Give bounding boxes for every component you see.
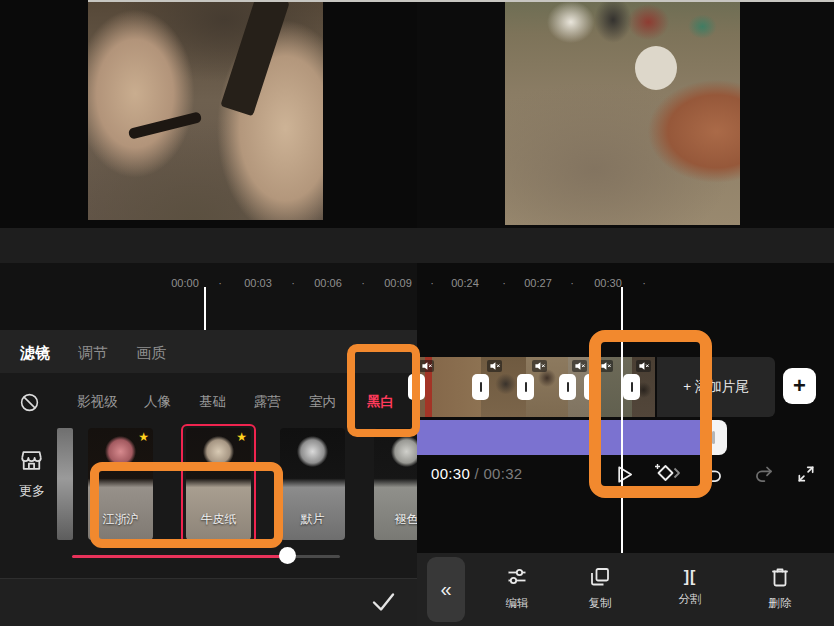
mute-icon — [572, 360, 587, 372]
transition-button[interactable] — [559, 374, 576, 400]
category-indoor[interactable]: 室内 — [309, 393, 336, 411]
redo-button[interactable] — [751, 462, 775, 486]
right-editor-screen: 00:30 / 00:32 · 00:24 · 00:27 · 00:30 — [417, 0, 834, 626]
tool-split[interactable]: ][ 分割 — [658, 565, 722, 607]
collapse-toolbar-button[interactable]: « — [427, 557, 465, 622]
tab-filter[interactable]: 滤镜 — [20, 344, 50, 363]
annotation-box-playhead — [589, 330, 712, 498]
timeline-ruler-right[interactable]: · 00:24 · 00:27 · 00:30 · — [417, 263, 834, 303]
filter-panel-footer — [0, 578, 417, 626]
time-separator: / — [470, 465, 483, 482]
tool-label: 分割 — [658, 592, 722, 607]
split-icon: ][ — [684, 565, 697, 589]
blade-shape — [220, 2, 289, 116]
collapse-icon: « — [440, 578, 451, 601]
ruler-tick: 00:09 — [384, 277, 412, 289]
time-total: 00:32 — [483, 465, 522, 482]
clip-toolbar: « 编辑 复制 ][ 分割 删除 — [417, 553, 834, 626]
filter-intensity-slider-thumb[interactable] — [279, 547, 296, 564]
tool-copy[interactable]: 复制 — [568, 565, 632, 611]
ruler-tick: 00:30 — [594, 277, 622, 289]
tab-quality[interactable]: 画质 — [136, 344, 166, 363]
top-hairline — [88, 0, 834, 2]
annotation-box-filters — [90, 462, 283, 548]
ruler-dot: · — [291, 277, 295, 289]
ruler-dot: · — [642, 277, 646, 289]
filter-name: 默片 — [280, 511, 345, 528]
favorite-star-icon: ★ — [138, 430, 149, 444]
annotation-box-blackwhite — [347, 344, 420, 437]
category-basic[interactable]: 基础 — [199, 393, 226, 411]
tool-label: 复制 — [568, 596, 632, 611]
ruler-tick: 00:27 — [524, 277, 552, 289]
category-cinematic[interactable]: 影视级 — [77, 393, 118, 411]
store-icon[interactable] — [18, 448, 46, 474]
timeline-ruler-left[interactable]: 00:00 · 00:03 · 00:06 · 00:09 — [0, 263, 417, 330]
transition-button[interactable] — [472, 374, 489, 400]
ruler-dot: · — [430, 277, 434, 289]
timecode-right: 00:30 / 00:32 — [431, 465, 523, 482]
white-sack-shape — [635, 46, 677, 90]
fullscreen-button[interactable] — [794, 462, 818, 486]
mute-icon — [487, 360, 502, 372]
category-portrait[interactable]: 人像 — [144, 393, 171, 411]
tool-edit[interactable]: 编辑 — [485, 565, 549, 611]
ruler-dot: · — [502, 277, 506, 289]
mute-icon — [419, 360, 434, 372]
tool-delete[interactable]: 删除 — [748, 565, 812, 611]
ruler-tick: 00:00 — [171, 277, 199, 289]
ruler-tick: 00:24 — [451, 277, 479, 289]
playhead-left — [204, 287, 206, 330]
filter-thumb-partial[interactable] — [57, 428, 73, 540]
ruler-tick: 00:03 — [244, 277, 272, 289]
confirm-check-button[interactable] — [369, 589, 397, 615]
time-current: 00:30 — [431, 465, 470, 482]
pen-shape — [128, 111, 202, 140]
ruler-dot: · — [570, 277, 574, 289]
filter-thumb-mopian[interactable]: 默片 — [280, 428, 345, 540]
category-camping[interactable]: 露营 — [254, 393, 281, 411]
mute-icon — [532, 360, 547, 372]
plus-icon: + — [793, 373, 806, 399]
filter-intensity-slider-fill[interactable] — [72, 555, 288, 558]
video-preview-left[interactable] — [88, 2, 323, 220]
ruler-dot: · — [361, 277, 365, 289]
transition-button[interactable] — [517, 374, 534, 400]
add-clip-button[interactable]: + — [783, 368, 816, 404]
more-filters-label[interactable]: 更多 — [19, 482, 45, 500]
tool-label: 编辑 — [485, 596, 549, 611]
no-filter-button[interactable] — [17, 390, 41, 414]
ruler-tick: 00:06 — [314, 277, 342, 289]
video-preview-right[interactable] — [505, 2, 740, 225]
player-controls-right: 00:30 / 00:32 — [417, 228, 834, 263]
ruler-dot: · — [218, 277, 222, 289]
tool-label: 删除 — [748, 596, 812, 611]
screenshot-stage: 00:00 / 00:32 00:00 · 00:03 · 00:06 · 00… — [0, 0, 834, 626]
tab-adjust[interactable]: 调节 — [78, 344, 108, 363]
player-controls-left: 00:00 / 00:32 — [0, 228, 417, 263]
